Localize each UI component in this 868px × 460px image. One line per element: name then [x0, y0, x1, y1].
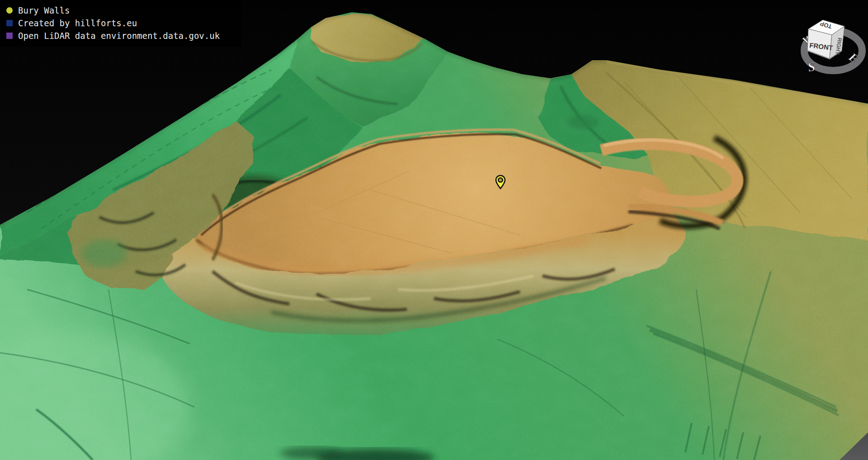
site-marker-icon [6, 7, 13, 14]
navigation-cube[interactable]: W S E TOP FRONT RIGHT [793, 11, 868, 77]
legend-item: Bury Walls [6, 4, 241, 17]
legend-panel: Bury Walls Created by hillforts.eu Open … [0, 0, 241, 47]
legend-item-label: Created by hillforts.eu [18, 17, 137, 29]
legend-item: Open LiDAR data environment.data.gov.uk [6, 29, 241, 42]
creator-marker-icon [6, 19, 13, 27]
data-source-marker-icon [6, 32, 13, 39]
viewer-stage: W S E TOP FRONT RIGHT Bury Walls Created… [0, 0, 868, 460]
terrain-viewport[interactable] [0, 0, 868, 460]
legend-item-label: Open LiDAR data environment.data.gov.uk [18, 29, 220, 42]
legend-item-label: Bury Walls [18, 4, 70, 17]
legend-item: Created by hillforts.eu [6, 17, 241, 29]
compass-letter-south[interactable]: S [807, 59, 816, 75]
location-pin[interactable] [491, 170, 509, 192]
pin-hole [498, 178, 503, 182]
